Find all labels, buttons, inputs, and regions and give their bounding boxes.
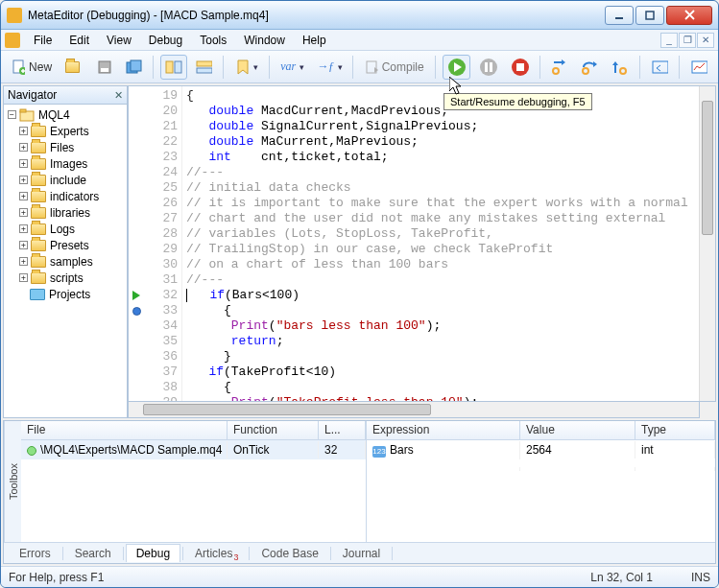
- tree-item-projects[interactable]: Projects: [6, 286, 125, 302]
- compile-button[interactable]: Compile: [360, 55, 428, 80]
- tree-item-presets[interactable]: +Presets: [6, 237, 125, 253]
- watch-hdr-value[interactable]: Value: [520, 421, 635, 439]
- fn-button[interactable]: →ƒ▾: [313, 55, 348, 80]
- new-label: New: [29, 60, 52, 74]
- svg-point-21: [620, 68, 626, 74]
- navigator-tree[interactable]: − MQL4 +Experts+Files+Images+include+ind…: [4, 105, 127, 417]
- step-over-button[interactable]: [577, 55, 603, 80]
- folder-icon: [31, 223, 46, 235]
- navigator-close-button[interactable]: ✕: [114, 89, 123, 102]
- tab-errors[interactable]: Errors: [10, 545, 60, 562]
- tree-item-scripts[interactable]: +scripts: [6, 270, 125, 286]
- tree-item-logs[interactable]: +Logs: [6, 221, 125, 237]
- app-small-icon: [5, 33, 20, 48]
- svg-rect-16: [490, 62, 492, 72]
- statusbar: For Help, press F1 Ln 32, Col 1 INS: [1, 566, 718, 587]
- toolbox-tabs: Errors Search Debug Articles3 Code Base …: [4, 542, 715, 563]
- var-button[interactable]: var▾: [276, 55, 309, 80]
- debug-start-button[interactable]: [443, 55, 470, 80]
- menu-file[interactable]: File: [26, 32, 60, 49]
- mdi-restore-button[interactable]: ❐: [679, 33, 696, 48]
- menu-tools[interactable]: Tools: [192, 32, 234, 49]
- editor-vscroll[interactable]: [699, 86, 715, 401]
- debug-stop-button[interactable]: [506, 55, 534, 80]
- status-mode: INS: [691, 571, 710, 584]
- app-icon: [7, 8, 22, 23]
- tab-articles[interactable]: Articles3: [185, 545, 247, 562]
- svg-rect-10: [197, 61, 212, 66]
- tree-item-samples[interactable]: +samples: [6, 253, 125, 270]
- debug-pause-button[interactable]: [474, 55, 502, 80]
- callstack-panel: File Function L... \MQL4\Experts\MACD Sa…: [21, 421, 367, 542]
- menu-edit[interactable]: Edit: [61, 32, 97, 49]
- minimize-button[interactable]: [605, 6, 634, 25]
- svg-rect-9: [175, 61, 181, 73]
- menu-debug[interactable]: Debug: [141, 32, 190, 49]
- code-editor[interactable]: 1920212223242526272829303132333435363738…: [128, 85, 716, 402]
- editor-hscroll[interactable]: [128, 402, 700, 418]
- tab-journal[interactable]: Journal: [333, 545, 390, 562]
- bookmark-button[interactable]: ▾: [230, 55, 263, 80]
- chart-button[interactable]: [686, 55, 712, 80]
- status-help: For Help, press F1: [9, 571, 104, 584]
- menubar: File Edit View Debug Tools Window Help _…: [1, 30, 718, 51]
- svg-rect-7: [131, 60, 141, 71]
- folder-icon: [31, 175, 46, 186]
- step-out-button[interactable]: [607, 55, 633, 80]
- svg-rect-22: [653, 61, 668, 73]
- compile-label: Compile: [382, 60, 424, 74]
- maximize-button[interactable]: [635, 6, 664, 25]
- folder-icon: [31, 191, 46, 202]
- project-icon: [30, 289, 45, 300]
- editor-gutter[interactable]: 1920212223242526272829303132333435363738…: [144, 86, 182, 401]
- mdi-minimize-button[interactable]: _: [660, 33, 678, 48]
- stack-hdr-func[interactable]: Function: [228, 421, 319, 439]
- tree-item-indicators[interactable]: +indicators: [6, 188, 125, 204]
- tree-item-files[interactable]: +Files: [6, 139, 125, 155]
- tab-debug[interactable]: Debug: [126, 544, 180, 562]
- window-title: MetaEditor (Debugging) - [MACD Sample.mq…: [28, 9, 269, 22]
- watch-row-empty[interactable]: [367, 459, 715, 479]
- tree-item-include[interactable]: +include: [6, 172, 125, 188]
- mdi-close-button[interactable]: ✕: [697, 33, 714, 48]
- svg-point-14: [480, 59, 497, 76]
- svg-point-20: [583, 68, 588, 74]
- toolbox-label: Toolbox: [4, 421, 21, 542]
- watch-hdr-expr[interactable]: Expression: [367, 421, 520, 439]
- svg-rect-15: [485, 62, 488, 72]
- stack-hdr-file[interactable]: File: [21, 421, 228, 439]
- nav-group1[interactable]: [160, 55, 186, 80]
- tree-item-libraries[interactable]: +libraries: [6, 204, 125, 221]
- stack-hdr-line[interactable]: L...: [319, 421, 366, 439]
- open-button[interactable]: [60, 55, 88, 80]
- saveall-button[interactable]: [121, 55, 147, 80]
- tab-codebase[interactable]: Code Base: [252, 545, 327, 562]
- svg-rect-23: [692, 61, 707, 73]
- save-button[interactable]: [92, 55, 117, 80]
- step-into-button[interactable]: [547, 55, 573, 80]
- tab-search[interactable]: Search: [65, 545, 121, 562]
- watch-row[interactable]: 123Bars 2564 int: [367, 440, 715, 459]
- menu-view[interactable]: View: [99, 32, 139, 49]
- watch-hdr-type[interactable]: Type: [635, 421, 715, 439]
- stack-row[interactable]: \MQL4\Experts\MACD Sample.mq4 OnTick 32: [21, 440, 366, 459]
- toolbox-panel: ✕ Toolbox File Function L... \MQL4\Exper…: [3, 420, 716, 564]
- folder-icon: [31, 272, 46, 284]
- navigator-panel: Navigator ✕ − MQL4 +Experts+Files+Images…: [3, 85, 128, 418]
- navigator-title: Navigator: [8, 88, 57, 102]
- folder-icon: [31, 240, 46, 251]
- tree-root[interactable]: − MQL4: [6, 106, 125, 123]
- terminal-button[interactable]: [647, 55, 673, 80]
- menu-help[interactable]: Help: [295, 32, 334, 49]
- menu-window[interactable]: Window: [236, 32, 293, 49]
- svg-rect-8: [166, 61, 173, 73]
- close-button[interactable]: [666, 6, 712, 25]
- tree-item-experts[interactable]: +Experts: [6, 123, 125, 139]
- tree-item-images[interactable]: +Images: [6, 155, 125, 172]
- nav-group2[interactable]: [191, 55, 217, 80]
- folder-icon: [31, 142, 46, 153]
- code-area[interactable]: { double MacdCurrent,MacdPrevious; doubl…: [182, 86, 699, 401]
- new-button[interactable]: New: [7, 55, 57, 80]
- svg-point-19: [553, 68, 559, 74]
- folder-icon: [31, 158, 46, 170]
